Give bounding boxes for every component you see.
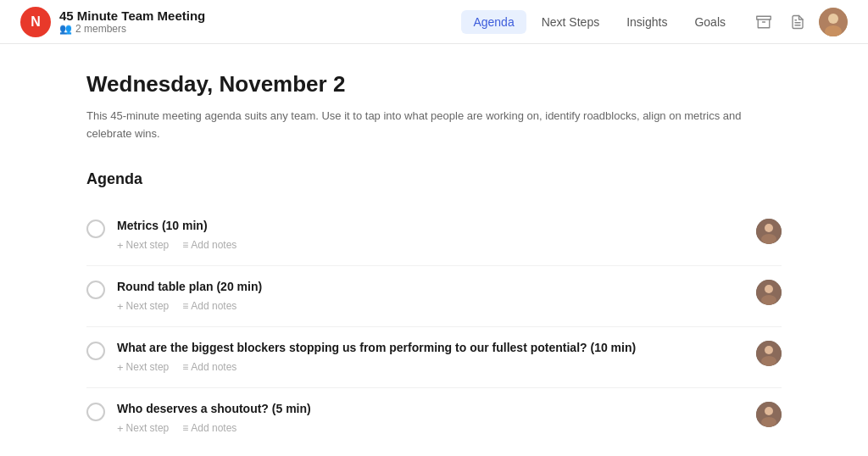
lines-icon: ≡ (182, 361, 188, 373)
add-next-step-2[interactable]: + Next step (117, 300, 169, 313)
agenda-item-title-2: Round table plan (20 min) (117, 280, 756, 293)
agenda-content-4: Who deserves a shoutout? (5 min) + Next … (117, 402, 756, 435)
agenda-item: Metrics (10 min) + Next step ≡ Add notes (86, 205, 782, 266)
header-icons (751, 8, 848, 36)
meeting-info: 45 Minute Team Meeting 👥 2 members (59, 8, 205, 35)
plus-icon: + (117, 300, 124, 313)
members-label: 👥 2 members (59, 23, 205, 35)
svg-point-17 (765, 407, 773, 415)
agenda-avatar-3[interactable] (756, 341, 782, 366)
agenda-list: Metrics (10 min) + Next step ≡ Add notes… (86, 205, 782, 448)
add-notes-4[interactable]: ≡ Add notes (182, 422, 236, 434)
svg-point-12 (761, 295, 776, 305)
tab-agenda[interactable]: Agenda (461, 10, 526, 34)
agenda-item-title-4: Who deserves a shoutout? (5 min) (117, 402, 756, 415)
plus-icon: + (117, 361, 124, 374)
user-avatar[interactable] (819, 8, 848, 36)
agenda-checkbox-2[interactable] (86, 281, 105, 299)
members-icon: 👥 (59, 23, 72, 35)
agenda-checkbox-1[interactable] (86, 220, 105, 238)
agenda-avatar-1[interactable] (756, 219, 782, 244)
add-notes-1[interactable]: ≡ Add notes (182, 239, 236, 251)
agenda-avatar-4[interactable] (756, 402, 782, 427)
lines-icon: ≡ (182, 239, 188, 251)
header: N 45 Minute Team Meeting 👥 2 members Age… (0, 0, 868, 44)
svg-point-5 (828, 14, 838, 24)
tab-insights[interactable]: Insights (615, 10, 679, 34)
archive-icon[interactable] (751, 9, 776, 35)
svg-rect-0 (757, 16, 771, 19)
main-content: Wednesday, November 2 This 45-minute mee… (53, 44, 815, 456)
svg-point-15 (761, 356, 776, 366)
nav-tabs: Agenda Next Steps Insights Goals (461, 10, 737, 34)
section-title: Agenda (86, 170, 782, 188)
svg-point-11 (765, 285, 773, 293)
svg-point-18 (761, 417, 776, 427)
add-notes-3[interactable]: ≡ Add notes (182, 361, 236, 373)
meeting-title: 45 Minute Team Meeting (59, 8, 205, 23)
agenda-item-title-3: What are the biggest blockers stopping u… (117, 341, 756, 354)
header-left: N 45 Minute Team Meeting 👥 2 members (20, 7, 461, 37)
agenda-item-title-1: Metrics (10 min) (117, 219, 756, 232)
agenda-actions-3: + Next step ≡ Add notes (117, 361, 756, 374)
app-logo: N (20, 7, 51, 37)
agenda-checkbox-3[interactable] (86, 342, 105, 360)
agenda-content-3: What are the biggest blockers stopping u… (117, 341, 756, 374)
add-notes-2[interactable]: ≡ Add notes (182, 300, 236, 312)
agenda-content-1: Metrics (10 min) + Next step ≡ Add notes (117, 219, 756, 252)
agenda-item: What are the biggest blockers stopping u… (86, 327, 782, 388)
tab-goals[interactable]: Goals (682, 10, 737, 34)
plus-icon: + (117, 239, 124, 252)
add-next-step-1[interactable]: + Next step (117, 239, 169, 252)
page-date: Wednesday, November 2 (86, 71, 782, 97)
plus-icon: + (117, 422, 124, 435)
document-icon[interactable] (785, 9, 810, 35)
lines-icon: ≡ (182, 422, 188, 434)
agenda-checkbox-4[interactable] (86, 403, 105, 421)
agenda-item: Who deserves a shoutout? (5 min) + Next … (86, 388, 782, 448)
svg-point-14 (765, 346, 773, 354)
page-description: This 45-minute meeting agenda suits any … (86, 108, 782, 143)
tab-next-steps[interactable]: Next Steps (530, 10, 611, 34)
add-next-step-4[interactable]: + Next step (117, 422, 169, 435)
agenda-actions-1: + Next step ≡ Add notes (117, 239, 756, 252)
agenda-item: Round table plan (20 min) + Next step ≡ … (86, 266, 782, 327)
agenda-content-2: Round table plan (20 min) + Next step ≡ … (117, 280, 756, 313)
agenda-avatar-2[interactable] (756, 280, 782, 305)
agenda-actions-2: + Next step ≡ Add notes (117, 300, 756, 313)
svg-point-8 (765, 224, 773, 232)
add-next-step-3[interactable]: + Next step (117, 361, 169, 374)
lines-icon: ≡ (182, 300, 188, 312)
agenda-actions-4: + Next step ≡ Add notes (117, 422, 756, 435)
svg-point-9 (761, 234, 776, 244)
